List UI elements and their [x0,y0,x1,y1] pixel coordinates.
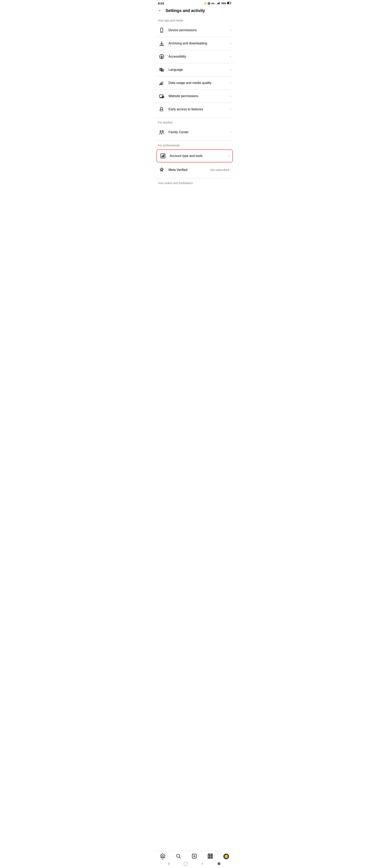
profile-avatar: 😊 [224,854,229,859]
settings-item-account-type[interactable]: Account type and tools › [156,149,233,162]
chevron-icon: › [229,154,230,158]
chevron-icon: › [230,107,231,111]
svg-point-12 [159,54,164,59]
section-your-app-media: Your app and media Device permissions › [155,16,234,116]
settings-item-family-center[interactable]: Family Center › [155,126,234,139]
svg-point-9 [161,31,162,32]
nav-item-home[interactable] [160,853,165,860]
create-icon [192,854,197,859]
settings-item-meta-verified[interactable]: Meta Verified Not subscribed › [155,163,234,177]
nav-item-create[interactable] [192,854,197,860]
settings-item-accessibility[interactable]: Accessibility › [155,50,234,63]
language-label: Language [168,68,230,71]
content-area: Your app and media Device permissions › [155,16,234,215]
key-icon: 🔑 [204,2,207,5]
svg-rect-16 [159,84,160,85]
flask-icon [158,106,165,113]
nav-item-reels[interactable] [207,854,213,860]
settings-item-early-access[interactable]: Early access to features › [155,103,234,116]
section-orders-fundraisers: Your orders and fundraisers [155,178,234,186]
chevron-icon: › [230,68,231,71]
svg-rect-17 [160,83,161,85]
download-icon [158,40,165,47]
svg-point-23 [160,131,161,132]
phone-icon [158,27,165,34]
reels-icon [207,854,213,859]
chevron-icon: › [230,94,231,98]
chevron-icon: › [230,81,231,85]
system-nav: ⦀ ‹ ⚈ [155,860,234,868]
nav-item-search[interactable] [176,854,181,860]
meta-verified-label: Meta Verified [168,168,210,172]
family-icon [158,128,165,136]
svg-rect-27 [162,155,163,157]
language-icon [158,66,165,73]
family-center-label: Family Center [168,130,230,134]
svg-rect-1 [218,3,219,4]
chevron-icon: › [230,130,231,134]
svg-rect-18 [162,82,162,85]
search-icon [176,854,181,859]
home-icon [160,853,165,859]
svg-point-35 [209,855,211,857]
section-label-professionals: For professionals [155,141,234,149]
settings-item-data-usage[interactable]: Data usage and media quality › [155,76,234,89]
status-bar: 8:03 🔑 🔇 4G↑↓ 50% [155,0,234,6]
status-icons: 🔑 🔇 4G↑↓ 50% [204,2,231,5]
svg-rect-26 [161,156,162,157]
device-permissions-label: Device permissions [168,28,230,32]
early-access-label: Early access to features [168,107,230,111]
back-button[interactable]: ← [158,8,162,13]
back-nav-icon[interactable]: ‹ [202,861,203,866]
account-type-label: Account type and tools [170,154,229,158]
data-icon [158,79,165,87]
accessibility-label: Accessibility [168,55,230,58]
settings-item-website-permissions[interactable]: Website permissions › [155,90,234,102]
meta-verified-subtext: Not subscribed [210,168,229,172]
mute-icon: 🔇 [207,2,210,5]
svg-rect-3 [220,2,220,4]
section-for-families: For families Family Center › [155,118,234,139]
chart-icon [159,152,166,160]
svg-rect-0 [217,3,218,4]
section-label-orders: Your orders and fundraisers [155,178,234,186]
chevron-icon: › [230,41,231,45]
website-permissions-label: Website permissions [168,94,230,98]
section-label-app-media: Your app and media [155,16,234,24]
signal-icon: 4G↑↓ [211,2,217,5]
website-icon [158,92,165,100]
chevron-icon: › [230,28,231,32]
settings-item-archiving[interactable]: Archiving and downloading › [155,37,234,50]
battery-icon [227,2,231,5]
svg-rect-6 [227,2,229,4]
svg-rect-5 [231,3,231,4]
signal-bars-icon [217,2,220,5]
verified-icon [158,166,165,174]
nav-item-profile[interactable]: 😊 [224,854,229,859]
accessibility-nav-icon[interactable]: ⚈ [217,861,221,866]
status-time: 8:03 [158,2,164,5]
home-nav-icon[interactable] [184,862,188,866]
chevron-icon: › [230,168,231,172]
chevron-icon: › [230,55,231,58]
data-usage-label: Data usage and media quality [168,81,230,85]
page-title: Settings and activity [166,8,205,13]
page-header: ← Settings and activity [155,6,234,16]
svg-point-24 [162,130,163,132]
svg-line-30 [179,857,181,858]
menu-nav-icon[interactable]: ⦀ [168,862,170,866]
section-for-professionals: For professionals Account type and tools… [155,141,234,177]
settings-item-language[interactable]: Language › [155,63,234,76]
section-label-families: For families [155,118,234,126]
svg-rect-28 [163,154,164,157]
svg-rect-34 [208,854,213,859]
archiving-label: Archiving and downloading [168,41,230,45]
battery-percent: 50% [221,2,226,5]
svg-rect-2 [219,2,219,4]
svg-rect-19 [163,81,163,85]
settings-item-device-permissions[interactable]: Device permissions › [155,24,234,37]
svg-point-13 [161,55,162,56]
accessibility-icon [158,53,165,60]
